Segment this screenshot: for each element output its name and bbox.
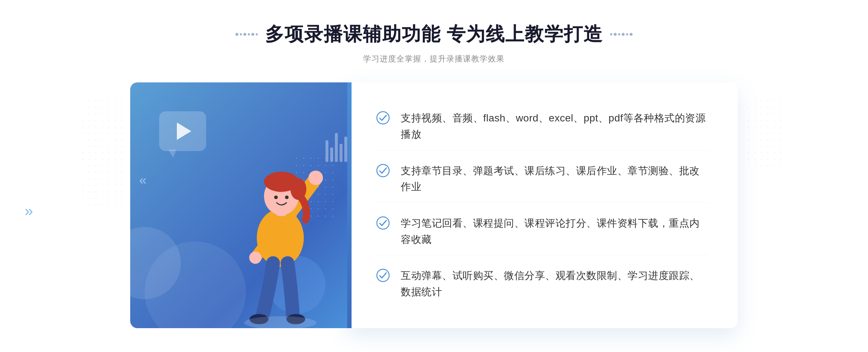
feature-text-4: 互动弹幕、试听购买、微信分享、观看次数限制、学习进度跟踪、数据统计: [401, 268, 709, 300]
svg-point-15: [377, 164, 389, 177]
svg-point-14: [377, 112, 389, 124]
illus-chevrons: «: [139, 173, 143, 188]
page-container: » 多项录播课辅助功能 专为线上教学打造 学习进度全掌握，提升录播课教学效: [0, 0, 868, 352]
decorator-dots-left: [235, 33, 258, 36]
play-bubble: [159, 111, 206, 151]
blue-accent-bar: [347, 82, 352, 328]
svg-point-17: [377, 269, 389, 282]
header-section: 多项录播课辅助功能 专为线上教学打造 学习进度全掌握，提升录播课教学效果: [235, 22, 633, 64]
play-icon: [177, 123, 191, 140]
svg-point-16: [377, 217, 389, 229]
check-icon-2: [376, 164, 390, 177]
feature-text-2: 支持章节目录、弹题考试、课后练习、课后作业、章节测验、批改作业: [401, 163, 709, 196]
check-icon-3: [376, 216, 390, 230]
dot-pattern-left: [80, 98, 123, 206]
svg-point-11: [274, 196, 278, 199]
svg-point-3: [309, 171, 323, 185]
feature-text-3: 学习笔记回看、课程提问、课程评论打分、课件资料下载，重点内容收藏: [401, 215, 709, 248]
check-icon-1: [376, 111, 390, 125]
illustration-panel: «: [130, 82, 347, 328]
content-area: «: [130, 82, 738, 328]
svg-point-4: [249, 252, 261, 264]
feature-item-1: 支持视频、音频、flash、word、excel、ppt、pdf等各种格式的资源…: [376, 103, 709, 150]
feature-item-4: 互动弹幕、试听购买、微信分享、观看次数限制、学习进度跟踪、数据统计: [376, 261, 709, 308]
feature-item-3: 学习笔记回看、课程提问、课程评论打分、课件资料下载，重点内容收藏: [376, 208, 709, 256]
chevron-left-decoration: »: [25, 202, 30, 220]
check-icon-4: [376, 269, 390, 282]
dot-pattern-right: [745, 98, 781, 170]
feature-text-1: 支持视频、音频、flash、word、excel、ppt、pdf等各种格式的资源…: [401, 110, 709, 143]
decorator-dots-right: [610, 33, 633, 36]
features-panel: 支持视频、音频、flash、word、excel、ppt、pdf等各种格式的资源…: [347, 82, 738, 328]
main-title: 多项录播课辅助功能 专为线上教学打造: [265, 22, 603, 47]
illus-bars: [326, 133, 347, 162]
feature-item-2: 支持章节目录、弹题考试、课后练习、课后作业、章节测验、批改作业: [376, 156, 709, 203]
header-decorators: 多项录播课辅助功能 专为线上教学打造: [235, 22, 633, 47]
svg-point-12: [285, 196, 289, 199]
subtitle: 学习进度全掌握，提升录播课教学效果: [235, 53, 633, 64]
